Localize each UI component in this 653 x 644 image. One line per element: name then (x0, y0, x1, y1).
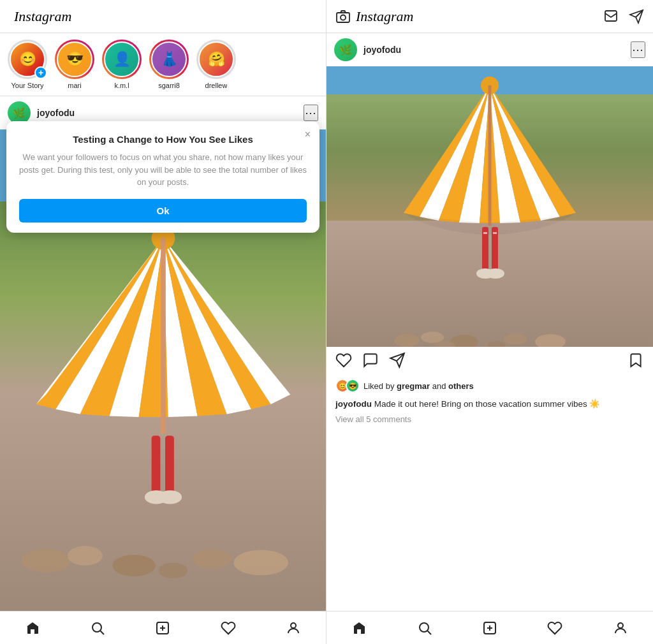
svg-point-34 (487, 341, 505, 347)
like-avatars: 😊 😎 (335, 379, 360, 393)
nav-home-right[interactable] (346, 615, 372, 641)
search-icon-right (417, 620, 432, 636)
post-username-right: joyofodu (363, 45, 401, 55)
heart-action-icon (335, 352, 352, 369)
bookmark-button-right[interactable] (627, 352, 644, 372)
heart-icon-right (547, 620, 562, 636)
svg-point-5 (21, 548, 70, 572)
story-item-drellew[interactable]: 🤗 drellew (196, 40, 236, 89)
svg-rect-46 (357, 629, 361, 634)
nav-heart-left[interactable] (216, 615, 241, 641)
svg-rect-24 (337, 13, 349, 22)
story-item-your-story[interactable]: 😊 + Your Story (8, 40, 47, 89)
svg-rect-13 (151, 435, 160, 494)
drellew-avatar-wrap: 🤗 (196, 40, 236, 79)
view-comments-right[interactable]: View all 5 comments (326, 413, 653, 428)
caption-username[interactable]: joyofodu (335, 399, 372, 409)
nav-profile-left[interactable] (281, 615, 306, 641)
right-header: Instagram (326, 0, 653, 33)
likes-row-right: 😊 😎 Liked by gregmar and others (326, 377, 653, 397)
notification-dialog: × Testing a Change to How You See Likes … (6, 121, 319, 233)
nav-search-left[interactable] (85, 615, 110, 641)
bookmark-icon (627, 352, 644, 369)
comment-button-right[interactable] (362, 352, 379, 372)
camera-icon-right (335, 9, 351, 24)
svg-rect-26 (605, 11, 617, 21)
mari-avatar: 😎 (57, 41, 92, 77)
nav-add-right[interactable] (477, 615, 503, 641)
post-image-right (326, 66, 653, 347)
instagram-logo-left: Instagram (14, 8, 71, 25)
post-username-left: joyofodu (37, 108, 75, 118)
share-button-right[interactable] (389, 352, 406, 372)
sgarri8-avatar-wrap: 👗 (149, 40, 189, 79)
nav-profile-right[interactable] (608, 615, 633, 641)
svg-point-9 (233, 550, 288, 575)
svg-line-48 (427, 631, 431, 634)
bottom-nav-right (326, 611, 653, 644)
svg-point-6 (67, 546, 102, 566)
drellew-avatar: 🤗 (198, 41, 234, 77)
like-avatar-2: 😎 (346, 379, 360, 393)
notification-close-button[interactable]: × (305, 129, 311, 140)
send-icon-right (629, 9, 644, 24)
svg-point-29 (394, 334, 420, 347)
svg-point-32 (504, 333, 527, 345)
post-more-button-right[interactable]: ⋯ (631, 41, 645, 58)
likes-others[interactable]: others (448, 381, 474, 391)
svg-rect-40 (483, 232, 487, 234)
stories-row-left: 😊 + Your Story 😎 mari 👤 k.m.l (0, 33, 326, 96)
svg-point-8 (192, 548, 231, 568)
svg-point-33 (535, 334, 566, 347)
story-item-mari[interactable]: 😎 mari (55, 40, 94, 89)
drellew-ring: 🤗 (196, 40, 236, 79)
left-header: Instagram (0, 0, 326, 33)
nav-home-left[interactable] (20, 615, 45, 641)
camera-button-right[interactable] (335, 9, 351, 24)
svg-line-19 (101, 631, 105, 634)
profile-icon-left (286, 620, 301, 636)
caption-text: Made it out here! Bring on those vacatio… (372, 399, 600, 409)
story-label-sgarri8: sgarri8 (158, 82, 180, 89)
svg-point-10 (158, 562, 187, 578)
notification-ok-button[interactable]: Ok (19, 199, 307, 223)
post-actions-left (335, 352, 406, 372)
profile-icon-right (613, 620, 628, 636)
add-story-btn[interactable]: + (34, 66, 47, 79)
messenger-icon-right (603, 9, 619, 24)
post-user-right[interactable]: 🌿 joyofodu (334, 38, 401, 61)
add-icon-right (482, 620, 497, 636)
post-header-right: 🌿 joyofodu ⋯ (326, 33, 653, 66)
story-item-kml[interactable]: 👤 k.m.l (102, 40, 142, 89)
home-icon-right (351, 620, 367, 636)
svg-point-18 (92, 623, 101, 632)
nav-search-right[interactable] (412, 615, 437, 641)
share-icon (389, 352, 406, 369)
post-more-button-left[interactable]: ⋯ (304, 105, 318, 121)
mari-avatar-wrap: 😎 (55, 40, 94, 79)
svg-rect-41 (493, 232, 497, 234)
caption-row-right: joyofodu Made it out here! Bring on thos… (326, 397, 653, 413)
likes-by-name[interactable]: gregmar (397, 381, 430, 391)
story-item-sgarri8[interactable]: 👗 sgarri8 (149, 40, 189, 89)
story-label-mari: mari (68, 82, 81, 89)
svg-point-52 (618, 623, 623, 628)
svg-point-23 (291, 623, 296, 628)
story-label-your-story: Your Story (11, 82, 44, 89)
nav-heart-right[interactable] (542, 615, 568, 641)
home-icon-left (25, 620, 40, 636)
like-button-right[interactable] (335, 352, 352, 372)
svg-point-16 (158, 490, 182, 503)
nav-add-left[interactable] (150, 615, 175, 641)
notification-title: Testing a Change to How You See Likes (19, 134, 307, 145)
kml-ring: 👤 (102, 40, 142, 79)
svg-point-47 (420, 623, 429, 632)
left-phone-panel: Instagram 😊 + (0, 0, 326, 644)
add-icon-left (155, 620, 170, 636)
messenger-button-right[interactable] (603, 9, 619, 24)
umbrella-svg-right (351, 66, 628, 347)
likes-prefix: Liked by (363, 381, 394, 391)
send-button-right[interactable] (629, 9, 644, 24)
post-actions-right (326, 347, 653, 377)
story-label-kml: k.m.l (114, 82, 129, 89)
